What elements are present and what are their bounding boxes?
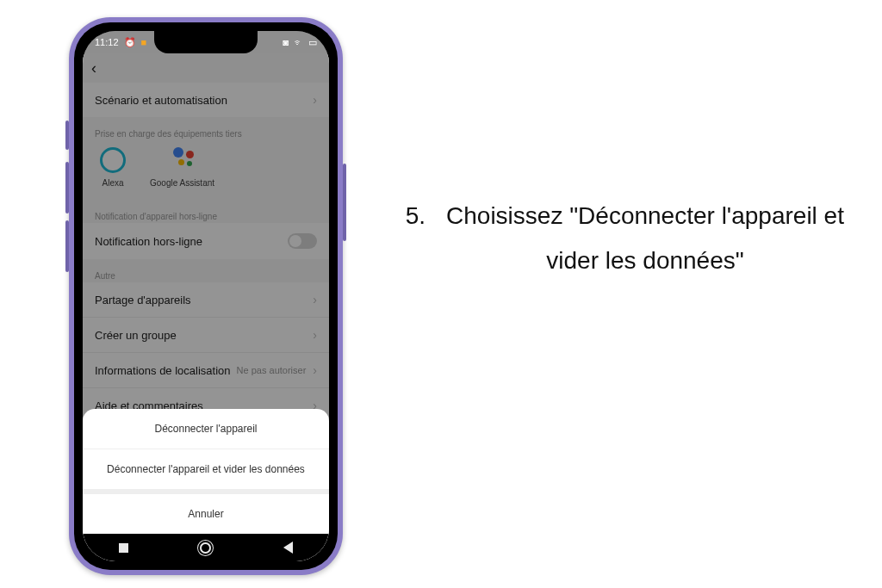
screen: 11:12 ⏰ ■ ◙ ᯤ ▭ ‹ Sc [83, 31, 329, 561]
status-time: 11:12 [95, 37, 119, 47]
row-create-group[interactable]: Créer un groupe › [83, 317, 329, 352]
integration-label: Alexa [102, 178, 123, 188]
chevron-right-icon: › [313, 293, 317, 306]
row-label: Notification hors-ligne [95, 235, 202, 248]
section-third-party: Prise en charge des équipements tiers [83, 117, 329, 140]
offline-toggle[interactable] [288, 233, 317, 249]
row-label: Scénario et automatisation [95, 94, 227, 107]
sheet-cancel[interactable]: Annuler [83, 494, 329, 534]
wifi-icon: ᯤ [294, 37, 303, 47]
stage: 5. Choisissez "Déconnecter l'appareil et… [0, 0, 882, 588]
row-label: Partage d'appareils [95, 294, 191, 306]
integration-google-assistant[interactable]: Google Assistant [150, 147, 214, 188]
integration-alexa[interactable]: Alexa [100, 147, 126, 188]
row-label: Informations de localisation [95, 364, 231, 377]
chevron-right-icon: › [313, 363, 317, 377]
sheet-disconnect[interactable]: Déconnecter l'appareil [83, 409, 329, 449]
nav-home-icon[interactable] [200, 542, 211, 554]
back-icon[interactable]: ‹ [91, 59, 96, 77]
notch [154, 31, 258, 53]
volume-button [65, 121, 69, 150]
action-sheet: Déconnecter l'appareil Déconnecter l'app… [83, 409, 329, 561]
volume-button [65, 220, 69, 272]
nav-back-icon[interactable] [283, 542, 293, 554]
alarm-icon: ⏰ [124, 37, 136, 48]
power-button [343, 164, 346, 241]
row-share-devices[interactable]: Partage d'appareils › [83, 282, 329, 317]
row-scenario[interactable]: Scénario et automatisation › [83, 83, 329, 117]
camera-icon: ◙ [283, 37, 289, 47]
action-sheet-card: Déconnecter l'appareil Déconnecter l'app… [83, 409, 329, 489]
integration-label: Google Assistant [150, 178, 214, 188]
volume-button [65, 162, 69, 214]
instruction-step: 5. Choisissez "Déconnecter l'appareil et… [396, 194, 844, 283]
chevron-right-icon: › [313, 93, 317, 107]
instruction-number: 5. [396, 194, 425, 283]
row-location-info[interactable]: Informations de localisation Ne pas auto… [83, 352, 329, 387]
top-bar: ‹ [83, 53, 329, 83]
phone-bezel: 11:12 ⏰ ■ ◙ ᯤ ▭ ‹ Sc [74, 22, 338, 570]
alexa-icon [100, 147, 126, 173]
section-other: Autre [83, 259, 329, 282]
nav-recent-icon[interactable] [119, 543, 128, 553]
row-offline-notification[interactable]: Notification hors-ligne [83, 223, 329, 259]
row-value: Ne pas autoriser [237, 365, 307, 375]
sheet-disconnect-wipe[interactable]: Déconnecter l'appareil et vider les donn… [83, 449, 329, 489]
android-nav-bar [83, 534, 329, 561]
section-offline: Notification d'appareil hors-ligne [83, 200, 329, 223]
chevron-right-icon: › [313, 328, 317, 342]
notification-badge-icon: ■ [141, 37, 147, 47]
battery-icon: ▭ [308, 37, 317, 48]
row-label: Créer un groupe [95, 329, 177, 342]
phone-frame: 11:12 ⏰ ■ ◙ ᯤ ▭ ‹ Sc [69, 17, 343, 575]
instruction-text: Choisissez "Déconnecter l'appareil et vi… [446, 194, 844, 283]
google-assistant-icon [170, 147, 196, 173]
integrations: Alexa Google Assistant [83, 140, 329, 200]
